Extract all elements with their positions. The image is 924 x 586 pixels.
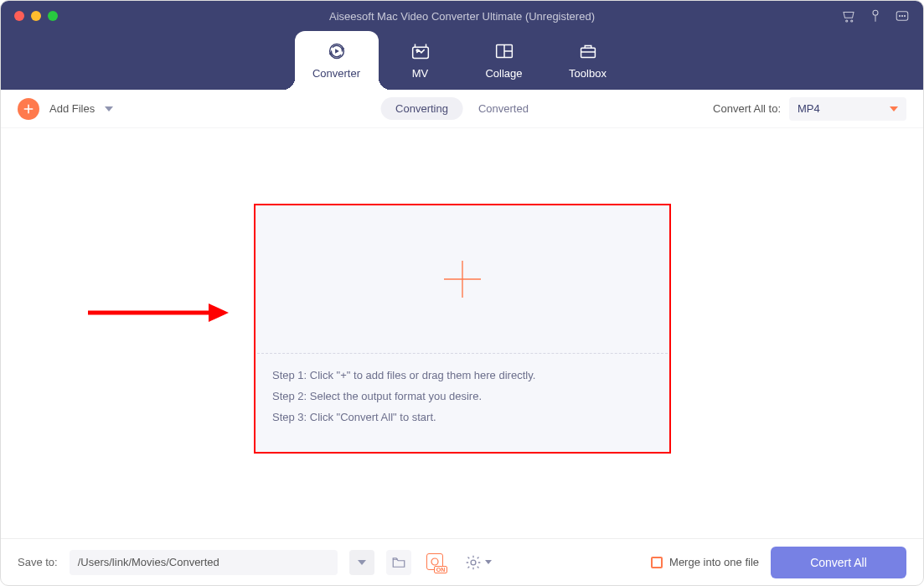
tab-strip: Converter MV Collage Toolbox <box>1 31 923 90</box>
tab-mv-label: MV <box>412 67 429 80</box>
converter-icon <box>325 42 348 60</box>
drop-plus-area[interactable] <box>256 205 669 353</box>
steps-list: Step 1: Click "+" to add files or drag t… <box>256 354 669 438</box>
tab-nav: Converter MV Collage Toolbox <box>295 31 630 90</box>
tab-converter[interactable]: Converter <box>295 31 379 90</box>
maximize-window-button[interactable] <box>48 11 58 21</box>
save-path-field[interactable]: /Users/link/Movies/Converted <box>70 550 338 575</box>
window: Aiseesoft Mac Video Converter Ultimate (… <box>0 0 924 586</box>
segment-converted[interactable]: Converted <box>463 97 544 120</box>
folder-icon <box>391 555 406 570</box>
svg-point-1 <box>851 20 853 22</box>
svg-point-22 <box>431 558 438 565</box>
gpu-accel-button[interactable]: ON <box>423 550 448 575</box>
step-2: Step 2: Select the output format you des… <box>272 390 653 402</box>
tab-mv[interactable]: MV <box>379 31 462 90</box>
collage-icon <box>493 42 516 60</box>
chip-icon: ON <box>426 553 445 572</box>
toolbar-right: Convert All to: MP4 <box>713 97 906 121</box>
svg-marker-19 <box>209 303 229 322</box>
merge-into-one-checkbox[interactable]: Merge into one file <box>651 556 759 568</box>
register-icon[interactable] <box>868 8 883 23</box>
window-title: Aiseesoft Mac Video Converter Ultimate (… <box>329 10 595 23</box>
chevron-down-icon <box>358 560 366 565</box>
tab-collage[interactable]: Collage <box>462 31 546 90</box>
format-select[interactable]: MP4 <box>789 97 906 121</box>
svg-point-4 <box>899 15 900 16</box>
mv-icon <box>409 42 432 60</box>
save-to-label: Save to: <box>18 556 58 568</box>
tab-collage-label: Collage <box>485 67 522 80</box>
tab-toolbox-label: Toolbox <box>569 67 607 80</box>
main-area: Step 1: Click "+" to add files or drag t… <box>1 128 923 538</box>
plus-icon <box>18 98 39 120</box>
convert-all-button[interactable]: Convert All <box>771 547 906 578</box>
open-folder-button[interactable] <box>386 550 411 575</box>
bottombar: Save to: /Users/link/Movies/Converted ON… <box>1 538 923 585</box>
feedback-icon[interactable] <box>895 8 910 23</box>
step-3: Step 3: Click "Convert All" to start. <box>272 411 653 423</box>
annotation-arrow <box>85 300 229 329</box>
triangle-down-icon <box>890 106 898 111</box>
merge-label: Merge into one file <box>669 556 759 568</box>
svg-marker-10 <box>335 49 339 54</box>
save-path-dropdown[interactable] <box>349 550 374 575</box>
format-select-value: MP4 <box>798 102 820 115</box>
svg-point-23 <box>471 560 476 565</box>
toolbar: Add Files Converting Converted Convert A… <box>1 90 923 128</box>
close-window-button[interactable] <box>14 11 24 21</box>
cart-icon[interactable] <box>841 8 856 23</box>
titlebar-right <box>841 8 923 23</box>
gear-icon <box>465 554 482 571</box>
chevron-down-icon <box>485 560 492 564</box>
svg-point-0 <box>846 20 848 22</box>
svg-point-6 <box>904 15 905 16</box>
svg-point-2 <box>873 10 878 15</box>
status-segmented: Converting Converted <box>380 97 544 120</box>
svg-point-5 <box>901 15 902 16</box>
convert-all-to-label: Convert All to: <box>713 102 781 115</box>
svg-point-12 <box>416 49 418 50</box>
tab-converter-label: Converter <box>312 67 360 80</box>
settings-button[interactable] <box>460 550 497 575</box>
chevron-down-icon[interactable] <box>105 106 113 111</box>
minimize-window-button[interactable] <box>31 11 41 21</box>
traffic-lights <box>1 11 58 21</box>
step-1: Step 1: Click "+" to add files or drag t… <box>272 369 653 381</box>
segment-converting[interactable]: Converting <box>380 97 463 120</box>
dropzone[interactable]: Step 1: Click "+" to add files or drag t… <box>254 204 671 454</box>
checkbox-icon <box>651 557 663 568</box>
add-plus-icon <box>442 259 483 299</box>
svg-rect-16 <box>581 48 595 57</box>
titlebar: Aiseesoft Mac Video Converter Ultimate (… <box>1 1 923 31</box>
add-files-button[interactable]: Add Files <box>18 98 113 120</box>
toolbox-icon <box>576 42 600 60</box>
gpu-on-badge: ON <box>434 566 447 573</box>
add-files-label: Add Files <box>49 102 95 115</box>
tab-toolbox[interactable]: Toolbox <box>546 31 630 90</box>
